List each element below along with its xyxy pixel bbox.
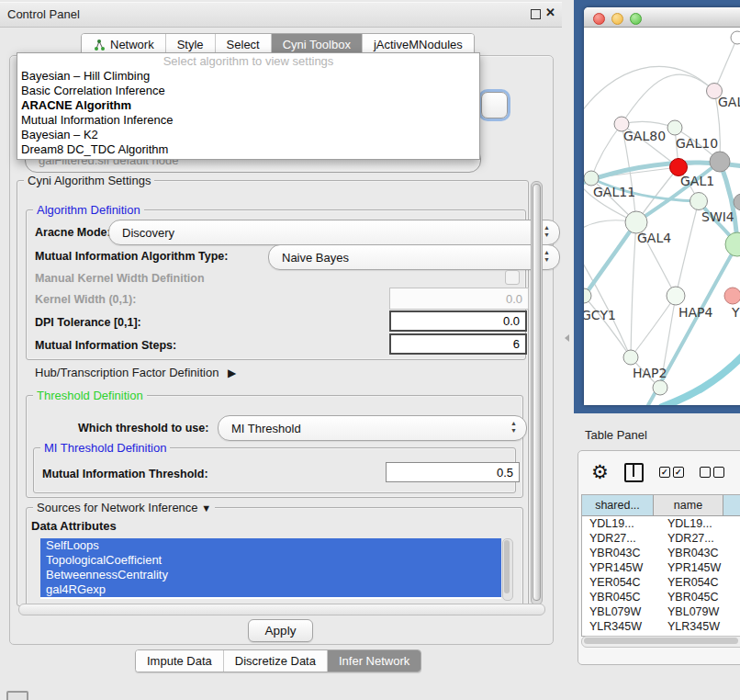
minimize-traffic-icon[interactable] [611, 13, 623, 25]
expand-arrow-icon: ▶ [222, 367, 236, 379]
dropdown-item-dream8[interactable]: Dream8 DC_TDC Algorithm [17, 142, 479, 157]
node-label: GCY1 [584, 308, 616, 322]
table-cell[interactable]: YER054C [660, 575, 736, 590]
table-row[interactable]: YLR345WYLR345W9. [582, 619, 740, 634]
table-cell[interactable]: YLR345W [582, 619, 660, 634]
dropdown-item-bayesian-hill-climbing[interactable]: Bayesian – Hill Climbing [17, 69, 479, 84]
table-cell[interactable]: 13 [736, 516, 740, 531]
table-cell[interactable]: YPR145W [582, 560, 660, 575]
table-row[interactable]: YER054CYER054C8. [582, 575, 740, 590]
aracne-mode-label: Aracne Mode: [35, 226, 111, 239]
list-item-selfloops[interactable]: SelfLoops [40, 538, 501, 553]
settings-scrollbar[interactable] [531, 181, 543, 605]
zoom-traffic-icon[interactable] [630, 13, 642, 25]
table-horizontal-scrollbar[interactable] [581, 636, 740, 648]
node-label: GAL10 [676, 136, 718, 151]
table-cell[interactable]: YBL079W [582, 604, 660, 619]
node-top-partial[interactable] [731, 31, 740, 44]
close-icon[interactable]: ✕ [545, 6, 555, 19]
close-traffic-icon[interactable] [593, 13, 605, 25]
algorithm-definition-title: Algorithm Definition [33, 203, 144, 217]
node-hap4[interactable] [667, 287, 685, 305]
node-label: GAL80 [623, 129, 666, 143]
mi-threshold-input[interactable]: 0.5 [386, 462, 520, 482]
table-row[interactable]: YPR145WYPR145W9. [582, 560, 740, 575]
combo-arrows-icon: ▲▼ [544, 249, 550, 264]
hub-definition-toggle[interactable]: Hub/Transcription Factor Definition ▶ [35, 366, 236, 379]
float-window-icon[interactable] [531, 9, 541, 19]
network-window-titlebar[interactable] [584, 7, 740, 28]
table-toolbar: ⚙ ✓✓ [578, 451, 740, 493]
node-label: GAL1 [680, 174, 714, 188]
table-cell[interactable]: YER054C [582, 575, 660, 590]
node-gal10[interactable] [667, 120, 682, 135]
table-cell[interactable]: YBL079W [660, 604, 736, 619]
table-cell[interactable]: YDR27... [582, 531, 660, 546]
table-cell[interactable]: YPR145W [660, 560, 736, 575]
apply-button[interactable]: Apply [248, 619, 313, 642]
list-item-topologicalcoefficient[interactable]: TopologicalCoefficient [40, 553, 501, 568]
table-row[interactable]: YBL079WYBL079W [582, 604, 740, 619]
column-layout-icon[interactable] [624, 463, 644, 482]
table-cell[interactable]: 9. [736, 590, 740, 604]
table-cell[interactable]: YBR045C [660, 590, 736, 604]
dpi-tolerance-input[interactable]: 0.0 [389, 310, 527, 332]
network-canvas[interactable]: GAL GAL80 GAL10 GAL1 GAL11 SWI4 GAL4 GCY… [584, 28, 740, 405]
list-scrollbar[interactable] [502, 538, 513, 601]
column-header-name[interactable]: name [654, 495, 723, 515]
mi-type-combobox[interactable]: Naive Bayes ▲▼ [268, 244, 560, 270]
kernel-width-input[interactable]: 0.0 [389, 288, 529, 310]
tab-impute-data[interactable]: Impute Data [136, 650, 224, 672]
table-cell[interactable]: 9. [736, 619, 740, 634]
table-cell[interactable] [736, 604, 740, 619]
table-cell[interactable]: 12 [736, 531, 740, 546]
sources-title[interactable]: Sources for Network Inference ▼ [33, 501, 215, 514]
manual-kernel-checkbox[interactable] [505, 270, 520, 285]
node-gray[interactable] [710, 152, 730, 172]
table-cell[interactable]: YBR043C [660, 546, 736, 560]
dropdown-item-basic-correlation[interactable]: Basic Correlation Inference [17, 84, 479, 98]
table-cell[interactable] [736, 546, 740, 560]
algorithm-combobox-arrow[interactable] [481, 92, 508, 119]
node-bottom-partial[interactable] [653, 380, 667, 395]
table-cell[interactable]: 9. [736, 560, 740, 575]
select-all-columns-icon[interactable]: ✓✓ [659, 467, 684, 478]
list-item-gal4rgexp[interactable]: gal4RGexp [40, 582, 501, 597]
column-header-partial[interactable] [723, 495, 740, 515]
node-hap2[interactable] [623, 350, 638, 365]
table-cell[interactable]: YLR345W [660, 619, 736, 634]
table-row[interactable]: YDR27...YDR27...12 [582, 531, 740, 546]
splitter-handle-icon[interactable] [565, 334, 569, 342]
table-cell[interactable]: YDL19... [660, 516, 736, 531]
list-item-betweennesscentrality[interactable]: BetweennessCentrality [40, 568, 501, 582]
mi-threshold-label: Mutual Information Threshold: [42, 468, 208, 480]
gear-icon[interactable]: ⚙ [591, 463, 609, 481]
table-cell[interactable]: YBR045C [582, 590, 660, 604]
tab-discretize-data[interactable]: Discretize Data [224, 650, 328, 672]
table-header: shared... name [582, 495, 740, 516]
node-gal11[interactable] [584, 171, 599, 186]
node-bright-green[interactable] [725, 232, 740, 256]
table-cell[interactable]: YDL19... [582, 516, 660, 531]
dropdown-prompt: Select algorithm to view settings [17, 53, 479, 69]
dropdown-item-bayesian-k2[interactable]: Bayesian – K2 [17, 128, 479, 142]
table-row[interactable]: YBR043CYBR043C [582, 546, 740, 560]
mi-steps-input[interactable]: 6 [389, 333, 527, 355]
settings-horizontal-scrollbar[interactable] [18, 604, 545, 615]
node-salmon[interactable] [724, 288, 740, 304]
table-row[interactable]: YDL19...YDL19...13 [582, 516, 740, 531]
column-header-shared-name[interactable]: shared... [582, 495, 654, 515]
which-threshold-combobox[interactable]: MI Threshold ▲▼ [218, 415, 527, 441]
table-cell[interactable]: YDR27... [660, 531, 736, 546]
table-row[interactable]: YBR045CYBR045C9. [582, 590, 740, 604]
bottom-tabs: Impute Data Discretize Data Infer Networ… [135, 649, 421, 672]
node-swi4[interactable] [690, 193, 708, 210]
aracne-mode-combobox[interactable]: Discovery ▲▼ [108, 220, 560, 245]
deselect-all-columns-icon[interactable] [700, 467, 724, 478]
tab-infer-network[interactable]: Infer Network [328, 650, 420, 672]
collapsed-panel-icon[interactable] [6, 691, 28, 700]
table-cell[interactable]: 8. [736, 575, 740, 590]
table-cell[interactable]: YBR043C [582, 546, 660, 560]
dropdown-item-mutual-information[interactable]: Mutual Information Inference [17, 113, 479, 128]
dropdown-item-aracne[interactable]: ARACNE Algorithm [17, 98, 479, 113]
